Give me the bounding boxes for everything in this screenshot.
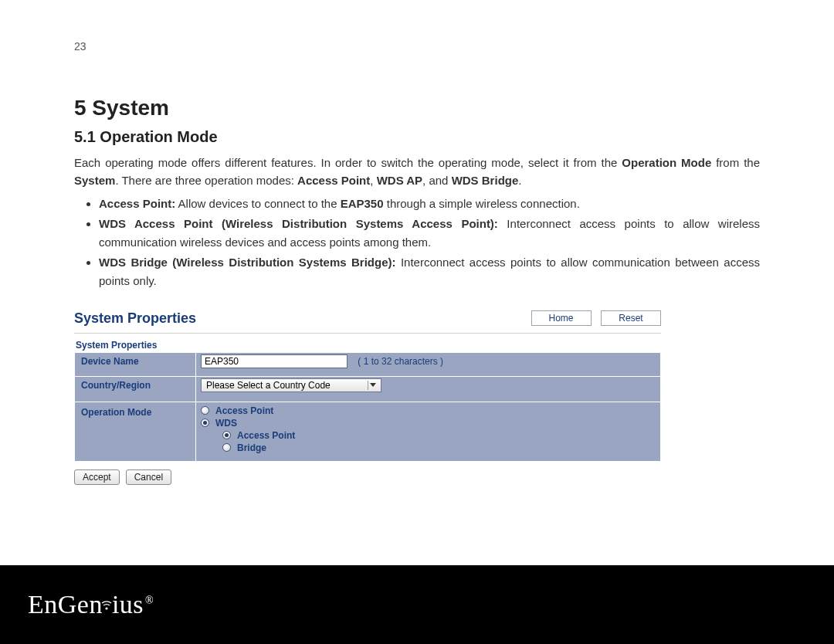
intro-paragraph: Each operating mode offers different fea… bbox=[74, 154, 760, 190]
footer: EnGen ius® bbox=[0, 565, 834, 644]
device-name-input[interactable] bbox=[201, 354, 348, 368]
reset-link[interactable]: Reset bbox=[601, 310, 661, 326]
chevron-down-icon bbox=[368, 381, 378, 390]
radio-wds-access-point-label: Access Point bbox=[237, 430, 295, 441]
system-properties-panel: System Properties Home Reset System Prop… bbox=[74, 309, 661, 485]
country-select-value: Please Select a Country Code bbox=[206, 380, 331, 391]
panel-title: System Properties bbox=[74, 310, 196, 327]
brand-text-ius: ius bbox=[112, 590, 144, 619]
row-operation-mode: Operation Mode Access Point WDS bbox=[75, 402, 661, 461]
radio-wds-bridge[interactable] bbox=[222, 443, 231, 452]
panel-subhead: System Properties bbox=[76, 340, 661, 351]
radio-wds-label: WDS bbox=[215, 418, 237, 429]
row-device-name: Device Name ( 1 to 32 characters ) bbox=[75, 352, 661, 376]
row-country: Country/Region Please Select a Country C… bbox=[75, 376, 661, 402]
bullet-wds-ap: WDS Access Point (Wireless Distribution … bbox=[99, 215, 760, 252]
bullet-access-point: Access Point: Allow devices to connect t… bbox=[99, 195, 760, 213]
radio-access-point[interactable] bbox=[201, 406, 209, 415]
radio-wds[interactable] bbox=[201, 419, 209, 427]
device-name-hint: ( 1 to 32 characters ) bbox=[358, 356, 443, 367]
home-link[interactable]: Home bbox=[531, 310, 592, 326]
heading-operation-mode: 5.1 Operation Mode bbox=[74, 128, 760, 146]
accept-button[interactable]: Accept bbox=[74, 469, 120, 485]
country-select[interactable]: Please Select a Country Code bbox=[201, 378, 381, 392]
bullet-wds-bridge: WDS Bridge (Wireless Distribution System… bbox=[99, 253, 760, 290]
brand-text-en: EnGen bbox=[28, 590, 103, 619]
mode-bullet-list: Access Point: Allow devices to connect t… bbox=[74, 195, 760, 290]
wifi-icon bbox=[101, 588, 112, 618]
svg-point-0 bbox=[105, 607, 107, 609]
page-number: 23 bbox=[74, 40, 760, 53]
heading-system: 5 System bbox=[74, 96, 760, 120]
radio-wds-access-point[interactable] bbox=[222, 431, 231, 439]
device-name-label: Device Name bbox=[75, 352, 196, 376]
country-label: Country/Region bbox=[75, 376, 196, 402]
radio-access-point-label: Access Point bbox=[215, 405, 273, 416]
radio-wds-bridge-label: Bridge bbox=[237, 442, 266, 453]
cancel-button[interactable]: Cancel bbox=[126, 469, 171, 485]
system-properties-table: Device Name ( 1 to 32 characters ) Count… bbox=[74, 352, 661, 462]
registered-icon: ® bbox=[145, 595, 154, 606]
operation-mode-label: Operation Mode bbox=[75, 402, 196, 461]
brand-logo: EnGen ius® bbox=[28, 590, 154, 619]
